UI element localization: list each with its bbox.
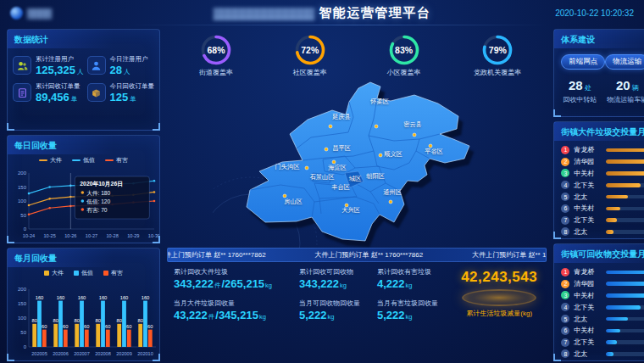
panel-title-monthly-recycle: 每月回收量 bbox=[14, 253, 57, 265]
ranking-row: 6中关村120 bbox=[561, 203, 644, 215]
svg-text:100: 100 bbox=[17, 198, 26, 204]
summary-stat-value: 343,222件/265,215kg bbox=[174, 278, 291, 289]
map-point-icon[interactable] bbox=[389, 200, 392, 204]
summary-stat: 累计回收有害垃圾4,222kg bbox=[377, 267, 448, 289]
rank-name: 中关村 bbox=[574, 291, 602, 300]
map-district-label[interactable]: 房山区 bbox=[284, 198, 303, 205]
app-logo: ▓▓▓▓ bbox=[10, 7, 51, 20]
rank-badge: 7 bbox=[561, 338, 569, 347]
svg-text:202006: 202006 bbox=[53, 351, 69, 356]
monthly-bar-chart[interactable]: 0501001502002020058016060202006801606020… bbox=[8, 279, 159, 363]
map-point-icon[interactable] bbox=[429, 144, 432, 148]
map-district-label[interactable]: 大兴区 bbox=[341, 206, 360, 214]
ranking-row: 2清华园423 bbox=[561, 278, 644, 290]
stat-item: 累计回收订单量89,456单 bbox=[13, 82, 84, 103]
map-district-label[interactable]: 海淀区 bbox=[328, 164, 347, 171]
ranking-row: 7北下关90 bbox=[561, 337, 644, 349]
stat-unit: 人 bbox=[77, 68, 84, 75]
svg-text:80: 80 bbox=[31, 318, 36, 323]
legend-item-大件[interactable]: 大件 bbox=[44, 269, 64, 277]
ranking-row: 4北下关290 bbox=[561, 301, 644, 313]
ticker-item: 大件上门预约订单 赵** 1 bbox=[472, 250, 546, 260]
map-district-label[interactable]: 顺义区 bbox=[383, 150, 402, 158]
ticker-item: 大件上门预约订单 赵** 1760***7862 bbox=[315, 250, 424, 260]
title-redacted-part: ▓▓▓▓▓▓▓▓▓▓▓▓▓▓ bbox=[214, 7, 314, 20]
legend-marker-icon bbox=[39, 159, 47, 161]
map-district-label[interactable]: 丰台区 bbox=[331, 183, 350, 191]
rank-bar-track bbox=[606, 207, 644, 211]
legend-marker-icon bbox=[74, 271, 79, 276]
map-district-label[interactable]: 延庆县 bbox=[331, 113, 351, 120]
legend-item-低值[interactable]: 低值 bbox=[74, 269, 93, 277]
gauge-percent: 79% bbox=[481, 34, 514, 66]
panel-ranking-recyclable: 街镇可回收物交投量月排行 TOP8 1青龙桥5252清华园4233中关村3604… bbox=[553, 243, 644, 361]
map-district-label[interactable]: 朝阳区 bbox=[365, 172, 385, 180]
summary-stat-label: 当月大件垃圾回收量 bbox=[174, 299, 291, 308]
svg-text:202009: 202009 bbox=[116, 351, 132, 356]
map-district-label[interactable]: 怀柔区 bbox=[369, 98, 389, 105]
map-point-icon[interactable] bbox=[379, 154, 382, 157]
legend-item-有害[interactable]: 有害 bbox=[103, 269, 123, 277]
map-district-label[interactable]: 城区 bbox=[348, 175, 361, 182]
rank-bar-track bbox=[606, 171, 644, 176]
order-box-icon bbox=[87, 83, 106, 102]
rank-bar-track bbox=[606, 183, 644, 187]
map-district-label[interactable]: 平谷区 bbox=[425, 148, 443, 155]
gauge-ring: 68% bbox=[200, 34, 232, 66]
daily-line-chart[interactable]: 05010015020010-2410-2510-2610-2710-2810-… bbox=[8, 166, 159, 244]
svg-text:100: 100 bbox=[17, 316, 26, 321]
coverage-gauges: 68%街道覆盖率72%社区覆盖率83%小区覆盖率79%党政机关覆盖率 bbox=[165, 29, 548, 80]
map-point-icon[interactable] bbox=[345, 204, 348, 207]
legend-item-大件[interactable]: 大件 bbox=[39, 156, 62, 165]
beijing-map-area: 怀柔区延庆县密云县昌平区平谷区顺义区门头沟区海淀区石景山区城区朝阳区丰台区通州区… bbox=[165, 80, 548, 246]
map-point-icon[interactable] bbox=[413, 133, 416, 137]
gauge-label: 街道覆盖率 bbox=[184, 68, 248, 77]
map-district-label[interactable]: 密云县 bbox=[403, 120, 422, 128]
rank-badge: 3 bbox=[561, 169, 569, 177]
ranking-row: 3中关村360 bbox=[561, 290, 644, 302]
svg-text:160: 160 bbox=[119, 295, 128, 300]
panel-daily-recycle: 每日回收量 大件低值有害 05010015020010-2410-2510-26… bbox=[7, 135, 160, 243]
rank-bar-fill bbox=[606, 271, 644, 275]
svg-text:大件: 180: 大件: 180 bbox=[86, 190, 110, 196]
svg-text:10-27: 10-27 bbox=[85, 233, 97, 238]
svg-text:50: 50 bbox=[20, 213, 26, 218]
rank-bar-track bbox=[606, 317, 644, 321]
legend-item-有害[interactable]: 有害 bbox=[105, 156, 128, 165]
gauge-percent: 72% bbox=[294, 34, 326, 66]
summary-stats: 累计回收大件垃圾343,222件/265,215kg当月大件垃圾回收量43,22… bbox=[165, 265, 548, 321]
map-point-icon[interactable] bbox=[283, 194, 286, 198]
rank-name: 中关村 bbox=[574, 326, 602, 335]
map-point-icon[interactable] bbox=[332, 160, 336, 164]
stat-value: 28人 bbox=[110, 64, 148, 75]
order-list-icon bbox=[13, 83, 31, 102]
legend-item-低值[interactable]: 低值 bbox=[72, 156, 95, 165]
summary-stat: 累计回收大件垃圾343,222件/265,215kg bbox=[174, 267, 291, 289]
logo-text-redacted: ▓▓▓▓ bbox=[27, 8, 51, 18]
map-district-label[interactable]: 石景山区 bbox=[310, 173, 335, 181]
ranking-row: 6中关村120 bbox=[561, 325, 644, 337]
rank-name: 青龙桥 bbox=[574, 145, 602, 154]
ranking-row: 2清华园423 bbox=[561, 156, 644, 168]
map-point-icon[interactable] bbox=[329, 125, 332, 128]
rank-badge: 8 bbox=[561, 227, 569, 236]
map-district-label[interactable]: 门头沟区 bbox=[275, 163, 300, 170]
summary-stat-value: 343,222kg bbox=[299, 278, 369, 289]
map-point-icon[interactable] bbox=[375, 125, 378, 128]
map-point-icon[interactable] bbox=[325, 148, 328, 151]
legend-marker-icon bbox=[103, 271, 108, 276]
svg-text:202007: 202007 bbox=[74, 351, 90, 356]
map-point-icon[interactable] bbox=[305, 166, 308, 170]
map-district-label[interactable]: 昌平区 bbox=[332, 144, 351, 152]
ranking-row: 1青龙桥525 bbox=[561, 266, 644, 278]
beijing-district-map[interactable]: 怀柔区延庆县密云县昌平区平谷区顺义区门头沟区海淀区石景山区城区朝阳区丰台区通州区… bbox=[213, 78, 501, 248]
svg-text:60: 60 bbox=[147, 324, 153, 329]
svg-text:150: 150 bbox=[17, 185, 26, 190]
system-tab-物流运输[interactable]: 物流运输 bbox=[605, 54, 644, 70]
rank-bar-fill bbox=[606, 195, 627, 199]
summary-stat: 当月有害垃圾回收量5,222kg bbox=[377, 299, 448, 321]
svg-text:80: 80 bbox=[74, 318, 79, 323]
map-district-label[interactable]: 通州区 bbox=[383, 188, 402, 196]
system-tab-前端网点[interactable]: 前端网点 bbox=[561, 54, 605, 70]
datetime-display: 2020-10-22 10:20:32 bbox=[555, 8, 634, 18]
